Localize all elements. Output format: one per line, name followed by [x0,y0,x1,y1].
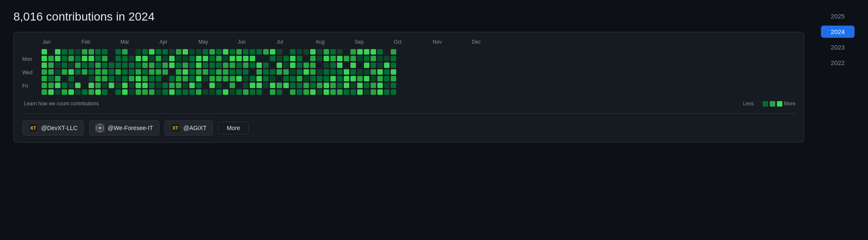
contribution-cell [350,89,356,95]
graph-container: JanFebMarAprMayJunJulAugSepOctNovDec Mon… [13,32,804,143]
contribution-cell [189,83,195,88]
year-button[interactable]: 2025 [821,10,855,22]
contribution-cell [371,89,376,95]
week-col [176,49,181,96]
week-col [270,49,275,96]
contribution-cell [196,56,201,61]
year-button[interactable]: 2023 [821,41,855,53]
contribution-cell [243,83,248,88]
week-col [256,49,262,96]
contribution-cell [196,69,201,75]
contribution-cell [256,89,262,95]
contribution-cell [337,69,342,75]
week-col [156,49,161,96]
learn-link[interactable]: Learn how we count contributions [24,101,99,107]
week-col [250,49,255,96]
contribution-cell [209,69,215,75]
contribution-cell [89,69,94,75]
contribution-cell [176,89,181,95]
contribution-cell [377,83,383,88]
month-label: Jul [277,39,316,45]
contribution-cell [243,56,248,61]
contribution-cell [82,69,87,75]
year-button[interactable]: 2022 [821,57,855,69]
contribution-cell [156,89,161,95]
contribution-cell [196,76,201,81]
contribution-cell [82,63,87,68]
contribution-cell [290,56,295,61]
contribution-cell [55,89,60,95]
contribution-cell [122,69,128,75]
contribution-cell [371,56,376,61]
contribution-cell [203,49,208,55]
contribution-cell [310,76,316,81]
contribution-cell [317,89,322,95]
contribution-cell [290,69,295,75]
contribution-cell [89,76,94,81]
contribution-cell [48,69,54,75]
contribution-cell [230,76,235,81]
contribution-cell [230,83,235,88]
contribution-cell [189,89,195,95]
contribution-cell [62,83,67,88]
contribution-cell [324,69,329,75]
contribution-cell [122,49,128,55]
contribution-cell [250,76,255,81]
week-col [189,49,195,96]
contribution-cell [350,49,356,55]
org-button[interactable]: XT@AGiXT [165,120,213,136]
day-label: Mon [22,57,38,62]
contribution-cell [283,56,289,61]
contribution-cell [330,83,336,88]
org-button[interactable]: XT@DevXT-LLC [22,120,84,136]
contribution-cell [344,76,349,81]
contribution-cell [109,89,114,95]
contribution-cell [357,56,363,61]
more-button[interactable]: More [218,122,249,134]
contribution-cell [82,89,87,95]
contribution-cell [209,63,215,68]
contribution-cell [344,89,349,95]
contribution-cell [203,69,208,75]
contribution-cell [297,56,302,61]
contribution-cell [350,63,356,68]
day-label: Wed [22,70,38,76]
month-label: Feb [81,39,120,45]
contribution-cell [371,69,376,75]
contribution-cell [317,76,322,81]
contribution-cell [263,69,269,75]
contribution-cell [169,89,175,95]
contribution-cell [364,83,369,88]
contribution-cell [62,49,67,55]
contribution-cell [283,83,289,88]
contribution-cell [68,69,74,75]
week-col [384,49,390,96]
contribution-cell [357,76,363,81]
contribution-cell [109,63,114,68]
contribution-cell [48,76,54,81]
contribution-cell [364,56,369,61]
contribution-cell [196,49,201,55]
contribution-cell [162,89,168,95]
week-col [129,49,134,96]
org-button[interactable]: @We-Foresee-IT [89,120,159,136]
contribution-cell [364,76,369,81]
year-button[interactable]: 2024 [821,26,855,38]
contribution-cell [95,89,101,95]
contribution-cell [183,76,188,81]
contribution-cell [55,76,60,81]
contribution-cell [277,63,282,68]
week-col [109,49,114,96]
contribution-cell [115,76,121,81]
contribution-cell [317,69,322,75]
contribution-cell [377,49,383,55]
contribution-cell [48,83,54,88]
contribution-cell [75,56,81,61]
contribution-cell [357,89,363,95]
contribution-cell [250,83,255,88]
contribution-cell [223,76,228,81]
contribution-cell [256,56,262,61]
day-label: Fri [22,83,38,89]
contribution-cell [156,69,161,75]
contribution-cell [75,69,81,75]
